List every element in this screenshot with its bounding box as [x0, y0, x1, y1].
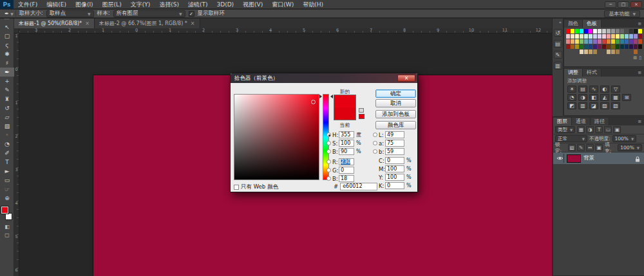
color-swatch[interactable]: [580, 29, 583, 33]
color-swatch[interactable]: [611, 44, 615, 49]
panel-menu-icon[interactable]: ≡: [635, 69, 644, 77]
current-color-swatch[interactable]: [334, 107, 355, 120]
color-swatch[interactable]: [625, 29, 629, 33]
color-swatch[interactable]: [625, 34, 629, 39]
hex-input[interactable]: e60012: [340, 183, 377, 190]
color-swatch[interactable]: [598, 44, 601, 49]
zoom-tool[interactable]: ⊕: [0, 194, 14, 203]
color-swatch[interactable]: [602, 29, 606, 33]
gradient-tool[interactable]: ▨: [0, 122, 14, 131]
blur-tool[interactable]: ◦: [0, 131, 14, 140]
color-swatch[interactable]: [589, 34, 592, 39]
color-swatch[interactable]: [575, 34, 579, 39]
foreground-color-chip[interactable]: [1, 207, 8, 214]
color-swatch[interactable]: [566, 29, 570, 33]
color-swatch[interactable]: [634, 39, 638, 44]
channel-mixer-icon[interactable]: ▦: [611, 94, 620, 101]
color-swatch[interactable]: [607, 50, 611, 54]
brush-tool[interactable]: ✎: [0, 86, 14, 95]
tab-swatches[interactable]: 色板: [583, 20, 601, 28]
menu-item[interactable]: 视图(V): [238, 0, 267, 9]
curves-icon[interactable]: ∿: [589, 86, 598, 93]
radio-h[interactable]: [327, 133, 331, 137]
crop-tool[interactable]: ♯: [0, 59, 14, 68]
background-color-chip[interactable]: [5, 213, 12, 220]
menu-item[interactable]: 帮助(H): [298, 0, 328, 9]
s-input[interactable]: 100: [339, 140, 354, 147]
color-swatch[interactable]: [593, 34, 597, 39]
color-swatch[interactable]: [580, 44, 583, 49]
color-swatch[interactable]: [580, 39, 583, 44]
color-swatch[interactable]: [634, 34, 638, 39]
color-swatch[interactable]: [589, 39, 592, 44]
color-swatch[interactable]: [593, 44, 597, 49]
b-lab-input[interactable]: 59: [385, 148, 404, 155]
radio-l[interactable]: [373, 133, 377, 137]
sample-dropdown[interactable]: 所有图层▼: [113, 10, 185, 17]
color-swatch[interactable]: [566, 34, 570, 39]
color-swatch[interactable]: [611, 50, 615, 54]
color-swatch[interactable]: [638, 44, 642, 49]
color-swatch[interactable]: [571, 44, 574, 49]
color-swatch[interactable]: [629, 34, 633, 39]
color-swatch[interactable]: [593, 39, 597, 44]
color-swatch[interactable]: [616, 34, 620, 39]
tab-layers[interactable]: 图层: [553, 118, 572, 125]
quick-mask-button[interactable]: ◧: [0, 223, 14, 231]
a-input[interactable]: 75: [385, 140, 404, 147]
color-swatch[interactable]: [620, 39, 624, 44]
color-swatch[interactable]: [620, 44, 624, 49]
color-swatch[interactable]: [566, 39, 570, 44]
color-swatch[interactable]: [602, 44, 606, 49]
color-swatch[interactable]: [584, 39, 588, 44]
exposure-icon[interactable]: ◐: [600, 86, 609, 93]
minimize-button[interactable]: ─: [605, 1, 616, 8]
radio-r[interactable]: [327, 160, 331, 164]
color-swatch[interactable]: [616, 44, 620, 49]
tab-adjustments[interactable]: 调整: [564, 69, 583, 77]
color-swatch[interactable]: [620, 34, 624, 39]
expand-panels-icon[interactable]: «: [559, 20, 562, 25]
color-swatch[interactable]: [571, 39, 574, 44]
restore-button[interactable]: □: [618, 1, 629, 8]
color-swatch[interactable]: [584, 50, 588, 54]
eyedropper-tool[interactable]: ✒: [0, 68, 14, 77]
hue-slider-handle-right[interactable]: [330, 95, 333, 98]
color-swatch[interactable]: [638, 39, 642, 44]
radio-s[interactable]: [327, 141, 331, 145]
color-swatch[interactable]: [607, 29, 611, 33]
color-swatch[interactable]: [571, 50, 574, 54]
lock-transparency-icon[interactable]: ▧: [568, 144, 576, 151]
color-swatch[interactable]: [625, 50, 629, 54]
color-swatch[interactable]: [634, 50, 638, 54]
r-input[interactable]: 230: [339, 158, 354, 165]
color-swatch[interactable]: [584, 34, 588, 39]
color-swatch[interactable]: [589, 50, 592, 54]
show-sampling-ring-checkbox[interactable]: ✓: [189, 11, 194, 17]
invert-icon[interactable]: ◩: [567, 102, 576, 109]
workspace-switcher[interactable]: 基本功能▼: [604, 10, 640, 17]
close-button[interactable]: ×: [630, 1, 642, 8]
menu-item[interactable]: 选择(S): [155, 0, 184, 9]
color-swatch[interactable]: [607, 44, 611, 49]
color-swatch[interactable]: [575, 50, 579, 54]
color-swatch[interactable]: [575, 29, 579, 33]
l-input[interactable]: 49: [385, 131, 404, 138]
color-swatch[interactable]: [602, 39, 606, 44]
filter-shape-icon[interactable]: ▭: [604, 126, 612, 133]
clone-source-panel-icon[interactable]: ▥: [554, 62, 562, 69]
properties-panel-icon[interactable]: ▤: [554, 40, 562, 48]
tab-close-icon[interactable]: ×: [85, 21, 90, 26]
layer-row-background[interactable]: 背景: [553, 152, 644, 164]
color-swatch[interactable]: [580, 34, 583, 39]
hue-slider-handle-left[interactable]: [319, 95, 322, 98]
k-input[interactable]: 0: [385, 182, 404, 189]
menu-item[interactable]: 文件(F): [14, 0, 42, 9]
layer-filter-dropdown[interactable]: 类型▼: [555, 126, 575, 133]
color-balance-icon[interactable]: ◑: [578, 94, 587, 101]
color-swatch[interactable]: [638, 34, 642, 39]
color-swatch[interactable]: [584, 44, 588, 49]
menu-item[interactable]: 3D(D): [212, 0, 238, 9]
levels-icon[interactable]: ▤: [578, 86, 587, 93]
color-swatch[interactable]: [607, 34, 611, 39]
